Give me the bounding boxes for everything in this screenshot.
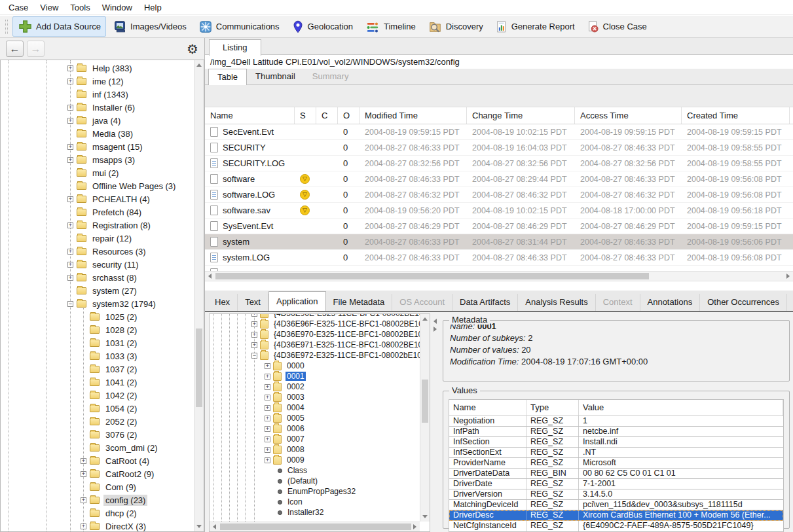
tree-item-catroot-4[interactable]: +CatRoot (4) [1,454,193,467]
tab-application[interactable]: Application [268,291,326,311]
tree-item-resources-3[interactable]: +Resources (3) [1,245,193,258]
tree-item-repair-12[interactable]: repair (12) [1,232,193,245]
scroll-right-arrow[interactable] [410,522,420,531]
registry-item-0009[interactable]: +0009 [210,455,420,465]
column-header-modified-time[interactable]: Modified Time [360,107,467,124]
column-header-s[interactable]: S [295,107,316,124]
expand-icon[interactable]: + [265,447,270,453]
tree-item-dhcp-2[interactable]: dhcp (2) [1,506,193,520]
file-row-software-sav[interactable]: software.sav02004-08-19 09:56:20 PDT2004… [205,203,793,219]
tab-hex[interactable]: Hex [208,294,238,311]
value-row-driverversion[interactable]: DriverVersionREG_SZ3.14.5.0 [449,489,783,500]
registry-item-0001[interactable]: +0001 [210,371,420,381]
tree-item-installer-6[interactable]: +Installer (6) [1,101,193,114]
expand-icon[interactable]: + [251,321,257,327]
tab-file-metadata[interactable]: File Metadata [326,294,393,311]
value-row-infsection[interactable]: InfSectionREG_SZInstall.ndi [449,437,783,448]
expand-icon[interactable]: + [265,395,270,400]
tree-item-3076-2[interactable]: 3076 (2) [1,428,193,441]
scroll-up-arrow[interactable] [420,314,430,324]
value-row-infsectionext[interactable]: InfSectionExtREG_SZ.NT [449,448,783,458]
expand-icon[interactable]: + [67,65,73,71]
expand-icon[interactable]: + [81,497,86,503]
registry-horizontal-scrollbar[interactable] [210,522,420,531]
scroll-down-arrow[interactable] [420,512,430,522]
value-row-infpath[interactable]: InfPathREG_SZnetcbe.inf [449,427,783,437]
expand-icon[interactable]: + [251,342,257,348]
expand-icon[interactable]: + [81,471,86,477]
tree-item-catroot2-9[interactable]: +CatRoot2 (9) [1,467,193,480]
registry-item-0007[interactable]: +0007 [210,434,420,444]
expand-icon[interactable]: + [265,374,270,380]
registry-item-0008[interactable]: +0008 [210,444,420,455]
registry-item-4d36e970-e325-11ce-bfc1-08002be103[interactable]: +{4D36E970-E325-11CE-BFC1-08002BE103 [210,329,420,340]
file-row-security[interactable]: SECURITY02004-08-27 08:46:33 PDT2004-08-… [205,140,793,156]
menu-view[interactable]: View [34,1,64,14]
expand-icon[interactable]: + [265,363,270,369]
forward-button[interactable]: → [27,41,45,57]
tree-item-1031-2[interactable]: 1031 (2) [1,336,193,349]
registry-item-icon[interactable]: Icon [210,497,420,507]
registry-item-default[interactable]: (Default) [210,476,420,486]
menu-help[interactable]: Help [138,1,168,14]
values-column-header-name[interactable]: Name [449,400,526,416]
scroll-up-arrow[interactable] [194,60,204,70]
tree-item-media-38[interactable]: Media (38) [1,127,193,140]
tree-item-1025-2[interactable]: 1025 (2) [1,310,193,323]
collapse-right-icon[interactable] [433,327,437,332]
tree-item-security-11[interactable]: +security (11) [1,258,193,271]
tree-item-1042-2[interactable]: 1042 (2) [1,389,193,402]
expand-icon[interactable]: + [265,436,270,442]
tree-item-pchealth-4[interactable]: +PCHEALTH (4) [1,192,193,205]
registry-item-class[interactable]: Class [210,465,420,476]
menu-tools[interactable]: Tools [64,1,96,14]
generate-report-button[interactable]: Generate Report [490,17,580,37]
images-videos-button[interactable]: Images/Videos [107,17,192,37]
tree-item-system32-1794[interactable]: −system32 (1794) [1,297,193,310]
registry-item-installer32[interactable]: Installer32 [210,507,420,518]
file-row-sysevent-evt[interactable]: SysEvent.Evt02004-08-27 08:46:29 PDT2004… [205,219,793,234]
file-row-software[interactable]: software02004-08-27 08:46:33 PDT2004-08-… [205,171,793,187]
tree-item-prefetch-84[interactable]: Prefetch (84) [1,205,193,219]
registry-item-4d36e972-e325-11ce-bfc1-08002be103[interactable]: −{4D36E972-E325-11CE-BFC1-08002bE103 [210,350,420,361]
scroll-thumb[interactable] [422,380,428,423]
expand-icon[interactable]: + [67,249,73,255]
file-row-system[interactable]: system02004-08-27 08:46:33 PDT2004-08-27… [205,234,793,250]
file-row-security-log[interactable]: SECURITY.LOG02004-08-27 08:32:56 PDT2004… [205,156,793,171]
expand-icon[interactable]: + [265,416,270,421]
expand-icon[interactable]: + [251,313,257,317]
collapse-icon[interactable]: − [67,301,73,307]
registry-item-enumproppages32[interactable]: EnumPropPages32 [210,486,420,497]
tab-listing[interactable]: Listing [209,39,261,56]
column-header-o[interactable]: O [338,107,360,124]
tree-settings-button[interactable]: ⚙ [187,43,198,56]
timeline-button[interactable]: Timeline [360,17,421,37]
registry-item-4d36e96e-e325-11ce-bfc1-08002be103[interactable]: +{4D36E96E-E325-11CE-BFC1-08002BE103 [210,313,420,319]
expand-icon[interactable]: + [67,196,73,202]
tree-item-ime-12[interactable]: +ime (12) [1,75,193,88]
tab-table[interactable]: Table [208,69,247,85]
tree-item-1054-2[interactable]: 1054 (2) [1,402,193,415]
tree-item-offline-web-pages-3[interactable]: Offline Web Pages (3) [1,179,193,192]
scroll-thumb[interactable] [215,273,649,279]
tree-item-1041-2[interactable]: 1041 (2) [1,376,193,389]
scroll-left-arrow[interactable] [210,522,219,531]
registry-item-0005[interactable]: +0005 [210,413,420,423]
geolocation-button[interactable]: Geolocation [286,17,358,37]
tab-other-occurrences[interactable]: Other Occurrences [700,294,787,311]
tab-analysis-results[interactable]: Analysis Results [518,294,595,311]
expand-icon[interactable]: + [265,457,270,463]
registry-item-4d36e971-e325-11ce-bfc1-08002be103[interactable]: +{4D36E971-E325-11CE-BFC1-08002BE103 [210,340,420,350]
tree-item-msagent-15[interactable]: +msagent (15) [1,140,193,153]
value-row-matchingdeviceid[interactable]: MatchingDeviceIdREG_SZpci\ven_115d&dev_0… [449,500,783,510]
tree-item-1033-3[interactable]: 1033 (3) [1,349,193,363]
tab-thumbnail[interactable]: Thumbnail [247,69,304,84]
discovery-button[interactable]: Discovery [422,17,489,37]
menu-window[interactable]: Window [96,1,138,14]
column-header-created-time[interactable]: Created Time [682,107,790,124]
tab-data-artifacts[interactable]: Data Artifacts [452,294,518,311]
value-row-negotiation[interactable]: NegotiationREG_SZ1 [449,416,783,427]
expand-icon[interactable]: + [81,458,86,464]
tree-item-java-4[interactable]: +java (4) [1,114,193,127]
registry-vertical-scrollbar[interactable] [420,314,430,522]
